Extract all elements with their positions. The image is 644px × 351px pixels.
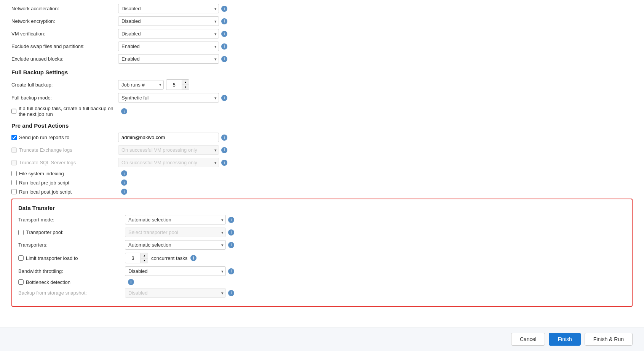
run-post-script-row: Run local post job script i <box>11 189 633 195</box>
run-post-script-checkbox[interactable] <box>11 189 17 194</box>
finish-run-button[interactable]: Finish & Run <box>585 333 633 346</box>
vm-verification-select[interactable]: Disabled Enabled <box>118 29 219 38</box>
run-pre-script-row: Run local pre job script i <box>11 180 633 186</box>
backup-snapshot-info-icon: i <box>228 290 234 296</box>
transporter-pool-info-icon: i <box>228 229 234 236</box>
exclude-swap-info-icon: i <box>221 43 227 50</box>
truncate-sql-select[interactable]: On successful VM processing only Always <box>118 158 219 167</box>
truncate-exchange-checkbox[interactable] <box>11 147 17 153</box>
transporters-select-wrapper: Automatic selection ▾ <box>125 240 226 250</box>
exclude-swap-label: Exclude swap files and partitions: <box>11 43 118 49</box>
bandwidth-throttling-select[interactable]: Disabled Enabled <box>125 266 226 276</box>
email-input[interactable] <box>118 133 219 142</box>
network-acceleration-select[interactable]: Disabled Enabled <box>118 4 219 13</box>
vm-verification-row: VM verification: Disabled Enabled ▾ i <box>11 29 633 38</box>
exclude-unused-info-icon: i <box>221 56 227 62</box>
limit-load-info-icon: i <box>190 255 197 261</box>
run-pre-script-label: Run local pre job script <box>11 180 118 186</box>
exclude-swap-select[interactable]: Enabled Disabled <box>118 42 219 51</box>
job-runs-value-input[interactable] <box>166 80 182 89</box>
spinbox-buttons: ▴ ▾ <box>141 253 148 263</box>
send-reports-label: Send job run reports to <box>11 135 118 140</box>
transport-mode-row: Transport mode: Automatic selection LAN … <box>18 215 626 224</box>
job-runs-select[interactable]: Job runs # GB of new data <box>118 80 164 90</box>
transporter-pool-label: Transporter pool: <box>18 229 125 235</box>
spinbox-up-button[interactable]: ▴ <box>141 253 148 258</box>
truncate-sql-label: Truncate SQL Server logs <box>11 160 118 165</box>
full-backup-section: Full Backup Settings Create full backup:… <box>11 69 633 117</box>
send-reports-info-icon: i <box>221 135 227 141</box>
exclude-swap-select-wrapper: Enabled Disabled ▾ <box>118 42 219 51</box>
exclude-unused-select[interactable]: Enabled Disabled <box>118 54 219 64</box>
network-acceleration-row: Network acceleration: Disabled Enabled ▾… <box>11 4 633 13</box>
vm-verification-label: VM verification: <box>11 31 118 37</box>
create-full-backup-label: Create full backup: <box>11 82 118 88</box>
network-encryption-label: Network encryption: <box>11 18 118 24</box>
data-transfer-title: Data Transfer <box>18 205 626 211</box>
full-backup-mode-select-wrapper: Synthetic full Active full ▾ <box>118 93 219 103</box>
job-runs-spinbox: ▴ ▾ <box>166 79 189 90</box>
cancel-button[interactable]: Cancel <box>511 333 545 346</box>
file-system-indexing-label: File system indexing <box>11 171 118 176</box>
finish-button[interactable]: Finish <box>549 333 580 346</box>
pre-post-section: Pre and Post Actions Send job run report… <box>11 122 633 195</box>
job-runs-select-wrapper: Job runs # GB of new data ▾ <box>118 80 164 90</box>
job-runs-group: Job runs # GB of new data ▾ ▴ ▾ <box>118 79 189 90</box>
run-pre-script-info-icon: i <box>121 180 127 186</box>
network-settings-section: Network acceleration: Disabled Enabled ▾… <box>11 4 633 64</box>
file-system-indexing-row: File system indexing i <box>11 170 633 176</box>
footer: Cancel Finish Finish & Run <box>0 327 644 351</box>
truncate-exchange-label: Truncate Exchange logs <box>11 147 118 153</box>
main-content: Network acceleration: Disabled Enabled ▾… <box>0 0 644 327</box>
full-backup-fail-info-icon: i <box>121 108 127 114</box>
run-pre-script-checkbox[interactable] <box>11 180 17 185</box>
transport-mode-select[interactable]: Automatic selection LAN HotAdd Direct SA… <box>125 215 226 224</box>
pre-post-title: Pre and Post Actions <box>11 122 633 129</box>
spinbox-down-button[interactable]: ▾ <box>141 258 148 263</box>
network-acceleration-label: Network acceleration: <box>11 6 118 11</box>
bandwidth-throttling-info-icon: i <box>228 268 234 274</box>
transporter-pool-row: Transporter pool: Select transporter poo… <box>18 228 626 237</box>
bottleneck-detection-row: Bottleneck detection i <box>18 279 626 285</box>
spinbox-down-button[interactable]: ▾ <box>182 85 189 90</box>
bottleneck-detection-checkbox[interactable] <box>18 279 24 285</box>
send-reports-row: Send job run reports to i <box>11 133 633 142</box>
concurrent-tasks-label: concurrent tasks <box>151 255 187 261</box>
full-backup-fail-row: If a full backup fails, create a full ba… <box>11 106 633 117</box>
transporters-label: Transporters: <box>18 242 125 248</box>
exclude-unused-row: Exclude unused blocks: Enabled Disabled … <box>11 54 633 64</box>
page-wrapper: Network acceleration: Disabled Enabled ▾… <box>0 0 644 351</box>
transport-mode-select-wrapper: Automatic selection LAN HotAdd Direct SA… <box>125 215 226 224</box>
vm-verification-info-icon: i <box>221 31 227 37</box>
limit-load-checkbox[interactable] <box>18 255 24 261</box>
transporter-pool-select[interactable]: Select transporter pool <box>125 228 226 237</box>
spinbox-buttons: ▴ ▾ <box>182 80 189 90</box>
transporter-pool-checkbox[interactable] <box>18 230 24 235</box>
truncate-exchange-select-wrapper: On successful VM processing only Always … <box>118 145 219 155</box>
full-backup-fail-checkbox[interactable] <box>11 109 16 114</box>
transporter-pool-select-wrapper: Select transporter pool ▾ <box>125 228 226 237</box>
spinbox-up-button[interactable]: ▴ <box>182 80 189 85</box>
run-post-script-info-icon: i <box>121 189 127 195</box>
backup-snapshot-label: Backup from storage snapshot: <box>18 290 125 296</box>
full-backup-mode-info-icon: i <box>221 95 227 101</box>
send-reports-checkbox[interactable] <box>11 135 17 140</box>
limit-load-value-input[interactable] <box>125 254 141 263</box>
network-encryption-info-icon: i <box>221 18 227 24</box>
full-backup-mode-label: Full backup mode: <box>11 95 118 101</box>
network-acceleration-info-icon: i <box>221 6 227 12</box>
backup-snapshot-select[interactable]: Disabled Enabled <box>125 288 226 298</box>
transporters-select[interactable]: Automatic selection <box>125 240 226 250</box>
full-backup-mode-select[interactable]: Synthetic full Active full <box>118 93 219 103</box>
bandwidth-throttling-label: Bandwidth throttling: <box>18 268 125 274</box>
network-encryption-select[interactable]: Disabled Enabled <box>118 16 219 26</box>
file-system-indexing-checkbox[interactable] <box>11 171 17 176</box>
data-transfer-section: Data Transfer Transport mode: Automatic … <box>11 199 633 307</box>
limit-load-row: Limit transporter load to ▴ ▾ concurrent… <box>18 253 626 263</box>
backup-snapshot-row: Backup from storage snapshot: Disabled E… <box>18 288 626 298</box>
truncate-sql-checkbox[interactable] <box>11 160 17 165</box>
exclude-unused-label: Exclude unused blocks: <box>11 56 118 62</box>
truncate-sql-select-wrapper: On successful VM processing only Always … <box>118 158 219 167</box>
truncate-exchange-select[interactable]: On successful VM processing only Always <box>118 145 219 155</box>
run-post-script-label: Run local post job script <box>11 189 118 195</box>
